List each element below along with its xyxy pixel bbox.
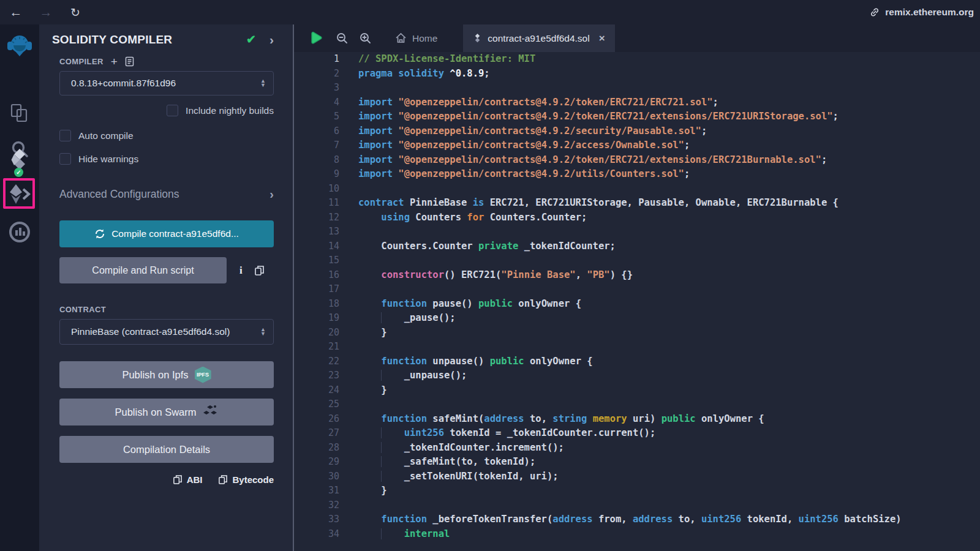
- line-number: 34: [294, 527, 339, 542]
- advanced-configurations-label: Advanced Configurations: [59, 188, 179, 201]
- copy-run-script-icon[interactable]: [254, 265, 265, 276]
- hide-warnings-checkbox[interactable]: [59, 153, 71, 165]
- page-title: SOLIDITY COMPILER: [52, 33, 172, 47]
- compiler-version-value: 0.8.18+commit.87f61d96: [71, 78, 260, 89]
- code-line: constructor() ERC721("Pinnie Base", "PB"…: [358, 268, 980, 283]
- line-number: 27: [294, 426, 339, 441]
- zoom-in-icon[interactable]: [359, 24, 372, 52]
- line-number: 10: [294, 182, 339, 197]
- editor: Home contract-a91e5df6d4.sol × 123456789…: [294, 24, 980, 551]
- compile-success-icon: ✔: [246, 32, 256, 47]
- code-line: }: [358, 326, 980, 340]
- nightly-builds-checkbox[interactable]: [167, 105, 178, 116]
- editor-tabbar: Home contract-a91e5df6d4.sol ×: [294, 24, 980, 52]
- line-number: 21: [294, 340, 339, 354]
- line-number: 7: [294, 138, 339, 153]
- reload-icon[interactable]: ↻: [69, 6, 82, 20]
- line-number: 33: [294, 512, 339, 527]
- code-line: import "@openzeppelin/contracts@4.9.2/se…: [358, 124, 980, 139]
- line-number: 2: [294, 67, 339, 81]
- compilation-details-button[interactable]: Compilation Details: [59, 436, 274, 463]
- icon-rail: ✓: [0, 24, 39, 551]
- line-number: 28: [294, 441, 339, 455]
- line-number: 14: [294, 239, 339, 254]
- add-compiler-icon[interactable]: +: [111, 58, 118, 66]
- hide-warnings-label[interactable]: Hide warnings: [78, 154, 138, 165]
- line-number: 3: [294, 81, 339, 96]
- line-number: 8: [294, 153, 339, 168]
- zoom-out-icon[interactable]: [336, 24, 349, 52]
- code-editor[interactable]: 1234567891011121314151617181920212223242…: [294, 52, 980, 551]
- bytecode-label: Bytecode: [232, 474, 274, 485]
- code-line: import "@openzeppelin/contracts@4.9.2/to…: [358, 110, 980, 124]
- forward-icon[interactable]: →: [39, 5, 53, 20]
- code-line: _tokenIdCounter.increment();: [358, 441, 980, 455]
- code-line: _setTokenURI(tokenId, uri);: [358, 470, 980, 484]
- nightly-builds-label[interactable]: Include nightly builds: [186, 105, 274, 116]
- auto-compile-label[interactable]: Auto compile: [78, 130, 134, 141]
- code-line: Counters.Counter private _tokenIdCounter…: [358, 239, 980, 254]
- link-icon: [869, 7, 880, 18]
- code-line: [358, 498, 980, 513]
- line-number: 17: [294, 282, 339, 297]
- tab-home[interactable]: Home: [385, 24, 447, 52]
- line-number: 24: [294, 383, 339, 398]
- copy-abi-button[interactable]: ABI: [173, 474, 203, 485]
- file-explorer-icon[interactable]: [0, 102, 39, 124]
- code-line: }: [358, 484, 980, 498]
- code-line: [358, 225, 980, 239]
- line-number: 23: [294, 369, 339, 383]
- code-line: _pause();: [358, 311, 980, 326]
- code-line: import "@openzeppelin/contracts@4.9.2/ac…: [358, 138, 980, 153]
- topbar: ← → ↻ remix.ethereum.org: [0, 0, 980, 24]
- line-number: 26: [294, 412, 339, 427]
- compile-and-run-button[interactable]: Compile and Run script: [59, 257, 227, 283]
- close-tab-icon[interactable]: ×: [599, 32, 605, 45]
- run-script-play-icon[interactable]: [309, 24, 323, 52]
- remix-logo-icon[interactable]: [0, 32, 39, 60]
- code-line: internal: [358, 527, 980, 542]
- solidity-compiler-panel: SOLIDITY COMPILER ✔ › COMPILER + 0.8.18+…: [39, 24, 293, 551]
- select-arrows-icon: ▲▼: [260, 328, 266, 336]
- abi-label: ABI: [187, 474, 203, 485]
- auto-compile-checkbox[interactable]: [59, 130, 71, 141]
- solidity-compiler-icon[interactable]: ✓: [0, 148, 39, 174]
- line-number: 9: [294, 167, 339, 182]
- plugin-manager-icon[interactable]: [0, 220, 39, 244]
- publish-swarm-button[interactable]: Publish on Swarm: [59, 399, 274, 425]
- line-number: 16: [294, 268, 339, 283]
- line-number: 12: [294, 211, 339, 225]
- back-icon[interactable]: ←: [9, 5, 23, 20]
- compilation-details-label: Compilation Details: [123, 444, 210, 455]
- code-line: [358, 340, 980, 354]
- advanced-chevron-icon: ›: [270, 187, 274, 201]
- line-number: 11: [294, 196, 339, 211]
- line-number: 25: [294, 397, 339, 412]
- contract-section-label: CONTRACT: [59, 305, 106, 314]
- line-number: 29: [294, 455, 339, 470]
- code-line: import "@openzeppelin/contracts@4.9.2/to…: [358, 96, 980, 110]
- advanced-configurations-toggle[interactable]: Advanced Configurations ›: [59, 187, 274, 201]
- line-number: 4: [294, 96, 339, 110]
- code-line: [358, 282, 980, 297]
- contract-select[interactable]: PinnieBase (contract-a91e5df6d4.sol) ▲▼: [59, 319, 274, 345]
- tab-contract-file[interactable]: contract-a91e5df6d4.sol ×: [463, 24, 614, 52]
- collapse-panel-icon[interactable]: ›: [270, 34, 274, 45]
- deploy-run-icon[interactable]: [0, 183, 39, 205]
- code-line: uint256 tokenId = _tokenIdCounter.curren…: [358, 426, 980, 441]
- code-line: function unpause() public onlyOwner {: [358, 354, 980, 369]
- contract-select-value: PinnieBase (contract-a91e5df6d4.sol): [71, 326, 260, 337]
- compile-and-run-label: Compile and Run script: [92, 265, 194, 276]
- publish-ipfs-button[interactable]: Publish on Ipfs IPFS: [59, 361, 274, 388]
- code-line: [358, 182, 980, 197]
- copy-bytecode-button[interactable]: Bytecode: [218, 474, 274, 485]
- compiler-config-file-icon[interactable]: [125, 56, 134, 67]
- compile-button[interactable]: Compile contract-a91e5df6d...: [59, 220, 274, 247]
- info-icon[interactable]: i: [239, 264, 243, 277]
- compiled-check-badge: ✓: [14, 168, 23, 177]
- code-line: // SPDX-License-Identifier: MIT: [358, 52, 980, 67]
- compiler-version-select[interactable]: 0.8.18+commit.87f61d96 ▲▼: [59, 71, 274, 96]
- compiler-section-label: COMPILER: [59, 57, 104, 66]
- file-tab-label: contract-a91e5df6d4.sol: [488, 33, 589, 44]
- code-area[interactable]: // SPDX-License-Identifier: MITpragma so…: [349, 52, 980, 551]
